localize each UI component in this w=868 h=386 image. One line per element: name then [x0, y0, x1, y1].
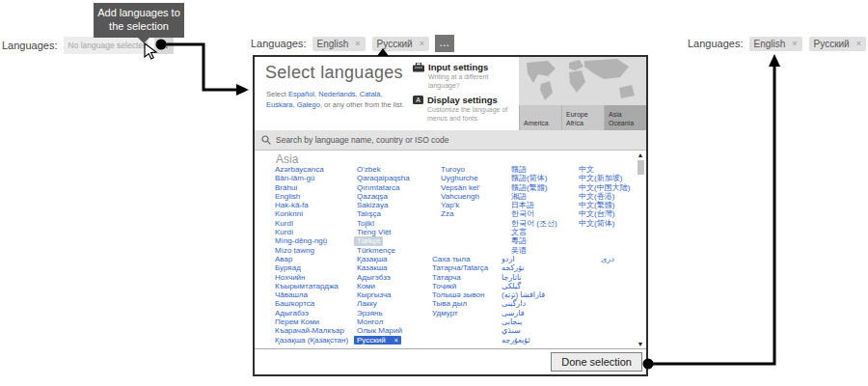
language-option[interactable]: Mìng-dĕ̤ng-ngṳ̄ — [275, 236, 327, 245]
example-language-link[interactable]: Nederlands — [318, 90, 355, 98]
example-language-link[interactable]: Català — [360, 90, 381, 98]
remove-selected-icon[interactable]: × — [394, 336, 398, 345]
language-option[interactable]: Татарча/Tatarça — [432, 263, 488, 272]
language-option[interactable]: Чăвашла — [275, 290, 308, 299]
language-option[interactable]: Vepsän kel' — [441, 183, 480, 192]
language-option[interactable]: Кыргызча — [357, 290, 392, 299]
language-option[interactable]: دارگینی — [502, 299, 526, 308]
language-option[interactable]: 文言 — [511, 228, 527, 236]
language-option[interactable]: Bân-lâm-gú — [275, 174, 314, 182]
language-option[interactable]: دری — [601, 255, 614, 263]
language-option[interactable]: 中文(简体) — [579, 219, 614, 228]
language-option[interactable]: تاتارچا — [502, 273, 522, 282]
language-option[interactable]: Qaraqalpaqsha — [357, 174, 410, 182]
language-option[interactable]: Tojikī — [357, 219, 374, 228]
language-option[interactable]: O'zbek — [357, 165, 381, 174]
language-option[interactable]: 中文 — [579, 165, 594, 174]
language-option[interactable]: 日本語 — [511, 201, 534, 209]
language-option[interactable]: Татарча — [432, 273, 461, 282]
language-option[interactable]: Буряад — [275, 263, 301, 272]
language-option-selected[interactable]: Русский× — [354, 336, 401, 345]
language-option[interactable]: Казакша — [357, 263, 388, 272]
language-option[interactable]: Нохчийн — [275, 273, 305, 282]
language-option[interactable]: Қазақша (Қазақстан) — [275, 336, 348, 345]
language-option[interactable]: 贛語(简体) — [511, 174, 547, 182]
language-option[interactable]: Talışça — [357, 209, 381, 218]
tab-asia-oceania[interactable]: Asia Oceania — [604, 105, 646, 130]
language-option[interactable]: Къырымтатарджа — [275, 282, 339, 290]
language-option[interactable]: 中文(新加坡) — [579, 174, 622, 182]
language-option[interactable]: Konknni — [275, 209, 303, 218]
language-option[interactable]: گیلکی — [502, 282, 521, 290]
language-option[interactable]: Hak-kâ-fa — [275, 201, 309, 209]
language-option[interactable]: Қазақша — [357, 255, 388, 263]
language-option[interactable]: 粵語 — [511, 236, 527, 245]
language-option[interactable]: Qazaqşa — [357, 192, 388, 201]
language-option[interactable]: 中文(台灣) — [579, 209, 614, 218]
language-chip[interactable]: English× — [312, 37, 366, 51]
language-option[interactable]: 한국어 — [511, 209, 534, 218]
language-option[interactable]: 中文(繁體) — [579, 201, 614, 209]
language-option[interactable]: Башҡортса — [275, 299, 314, 308]
display-settings-item[interactable]: A Display settings Customize the languag… — [413, 95, 521, 124]
language-option[interactable]: Türkçe — [354, 236, 383, 245]
remove-chip-icon[interactable]: × — [355, 39, 360, 48]
language-option[interactable]: Zza — [441, 209, 453, 218]
language-option[interactable]: 中文(中国大陆) — [579, 183, 630, 192]
example-language-link[interactable]: Galego — [297, 100, 320, 109]
language-option[interactable]: Адыгабзэ — [275, 309, 309, 317]
input-settings-item[interactable]: Input settings Writing at a different la… — [413, 62, 521, 91]
more-languages-button-active[interactable]: ... — [435, 35, 455, 52]
language-option[interactable]: Kurdí — [275, 228, 293, 236]
language-option[interactable]: Къарачай-Малкъар — [275, 326, 344, 335]
scroll-down-icon[interactable]: ▼ — [637, 341, 644, 347]
language-option[interactable]: Удмурт — [432, 309, 458, 317]
language-option[interactable]: Коми — [357, 282, 375, 290]
language-option[interactable]: Sakizaya — [357, 201, 388, 209]
language-option[interactable]: پنجابی — [502, 317, 522, 326]
language-option[interactable]: Türkmençe — [357, 246, 395, 255]
tab-europe-africa[interactable]: Europe Africa — [561, 105, 604, 130]
language-option[interactable]: تۆرکجه — [502, 263, 524, 272]
language-option[interactable]: 湘語 — [511, 192, 527, 201]
language-option[interactable]: 中文(香港) — [579, 192, 614, 201]
done-selection-button[interactable]: Done selection — [551, 352, 642, 372]
language-option[interactable]: اردو — [502, 255, 515, 263]
language-option[interactable]: Тыва дыл — [432, 299, 467, 308]
language-option[interactable]: Azərbaycanca — [275, 165, 324, 174]
language-option[interactable]: 한국어 (조선) — [511, 219, 557, 228]
language-option[interactable]: Bráhuí — [275, 183, 298, 192]
language-option[interactable]: Перем Коми — [275, 317, 319, 326]
language-option[interactable]: Олык Марий — [357, 326, 402, 335]
scroll-up-icon[interactable]: ▲ — [637, 152, 644, 158]
language-option[interactable]: Ṭuroyo — [441, 165, 465, 174]
language-option[interactable]: Vahcuengh — [441, 192, 479, 201]
language-option[interactable]: 贛語 — [511, 165, 527, 174]
example-language-link[interactable]: Euskara — [266, 100, 293, 109]
language-option[interactable]: Uyghurche — [441, 174, 478, 182]
language-option[interactable]: 吴语 — [511, 246, 527, 255]
remove-chip-icon[interactable]: × — [856, 39, 861, 48]
language-chip[interactable]: Русский× — [809, 37, 866, 51]
language-option[interactable]: 贛語(繁體) — [511, 183, 547, 192]
language-option[interactable]: Kurdî — [275, 219, 293, 228]
language-option[interactable]: Саха тыла — [432, 255, 470, 263]
language-option[interactable]: Лакку — [357, 299, 377, 308]
language-option[interactable]: Тоҷикӣ — [432, 282, 456, 290]
no-language-selected-box[interactable]: No language selected — [64, 37, 149, 54]
language-chip[interactable]: Русский× — [372, 37, 429, 51]
scrollbar-thumb[interactable] — [637, 160, 644, 175]
language-chip[interactable]: English× — [749, 37, 802, 51]
language-option[interactable]: فارسی — [502, 309, 525, 317]
language-option[interactable]: English — [275, 192, 300, 201]
remove-chip-icon[interactable]: × — [792, 39, 797, 48]
search-input[interactable]: Search by language name, country or ISO … — [255, 130, 646, 151]
language-option[interactable]: Tiếng Việt — [357, 228, 392, 236]
language-option[interactable]: Монгол — [357, 317, 383, 326]
language-option[interactable]: سنڌي — [502, 326, 521, 335]
language-option[interactable]: ئۇيغۇرچە — [502, 336, 530, 345]
scrollbar[interactable]: ▲ ▼ — [636, 152, 645, 347]
language-option[interactable]: Qırımtatarca — [357, 183, 399, 192]
language-option[interactable]: Адыгэбзэ — [357, 273, 391, 282]
tab-america[interactable]: America — [519, 105, 561, 130]
